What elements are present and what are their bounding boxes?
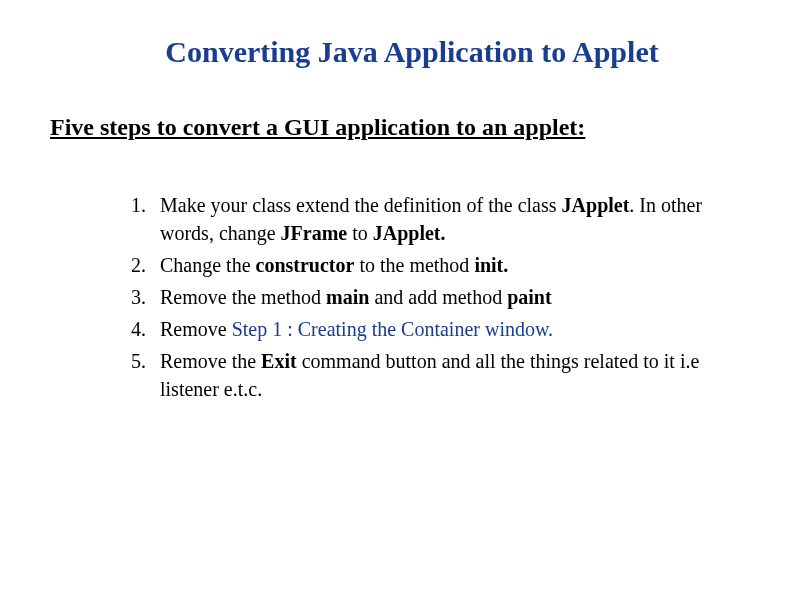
list-item: 3. Remove the method main and add method… — [120, 283, 744, 311]
text-span: to the method — [354, 254, 474, 276]
step-text: Remove Step 1 : Creating the Container w… — [160, 315, 744, 343]
text-span: Make your class extend the definition of… — [160, 194, 562, 216]
text-span: Change the — [160, 254, 256, 276]
list-item: 5. Remove the Exit command button and al… — [120, 347, 744, 403]
step-number: 1. — [120, 191, 160, 247]
list-item: 4. Remove Step 1 : Creating the Containe… — [120, 315, 744, 343]
text-span: JApplet. — [373, 222, 446, 244]
step-number: 5. — [120, 347, 160, 403]
slide-subtitle: Five steps to convert a GUI application … — [50, 114, 744, 141]
step-text: Remove the Exit command button and all t… — [160, 347, 744, 403]
text-span: constructor — [256, 254, 355, 276]
text-span: Remove — [160, 318, 232, 340]
list-item: 1. Make your class extend the definition… — [120, 191, 744, 247]
step-text: Make your class extend the definition of… — [160, 191, 744, 247]
step-number: 4. — [120, 315, 160, 343]
step-text: Remove the method main and add method pa… — [160, 283, 744, 311]
step-number: 2. — [120, 251, 160, 279]
text-span: to — [347, 222, 373, 244]
text-span: main — [326, 286, 374, 308]
text-span: JApplet — [562, 194, 630, 216]
text-span: and add method — [374, 286, 507, 308]
text-span: Step 1 : Creating the Container window. — [232, 318, 553, 340]
text-span: init. — [474, 254, 508, 276]
text-span: paint — [507, 286, 551, 308]
step-text: Change the constructor to the method ini… — [160, 251, 744, 279]
text-span: Remove the — [160, 350, 261, 372]
list-item: 2. Change the constructor to the method … — [120, 251, 744, 279]
step-number: 3. — [120, 283, 160, 311]
text-span: JFrame — [281, 222, 348, 244]
steps-list: 1. Make your class extend the definition… — [50, 191, 744, 403]
slide-title: Converting Java Application to Applet — [80, 35, 744, 69]
text-span: Remove the method — [160, 286, 326, 308]
text-span: Exit — [261, 350, 302, 372]
